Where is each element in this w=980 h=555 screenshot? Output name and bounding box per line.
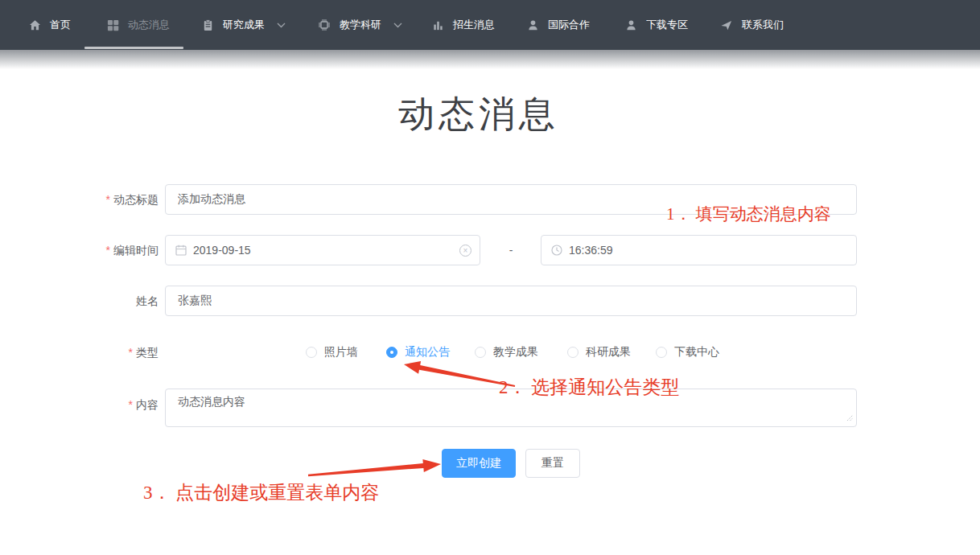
time-picker-input[interactable]: 16:36:59 [541,235,857,265]
top-navbar: 首页 动态消息 研究成果 [0,0,980,50]
grid-icon [107,19,119,31]
field-label-name: 姓名 [0,286,159,316]
field-label-dynamic-title: *动态标题 [0,184,159,215]
active-nav-underline [84,47,183,49]
nav-item-label: 研究成果 [223,18,265,32]
annotation-step1: 1． 填写动态消息内容 [666,203,831,225]
required-asterisk: * [129,398,133,411]
person-icon [625,19,637,31]
bar-chart-icon [432,19,444,31]
radio-circle [306,347,317,358]
chip-icon [318,18,331,31]
chevron-down-icon [277,23,286,28]
nav-item-admissions-news[interactable]: 招生消息 [432,0,495,50]
required-asterisk: * [106,244,110,257]
page-title: 动态消息 [0,90,957,138]
date-picker-input[interactable]: 2019-09-15 × [165,235,480,265]
nav-item-contact-us[interactable]: 联系我们 [720,0,784,50]
annotation-arrow-step3 [308,459,441,476]
nav-item-label: 教学科研 [340,18,381,32]
annotation-step2: 2． 选择通知公告类型 [499,375,679,400]
nav-item-dynamic-news[interactable]: 动态消息 [107,0,170,50]
radio-research-results[interactable]: 科研成果 [567,338,631,367]
nav-item-research-results[interactable]: 研究成果 [202,0,286,50]
nav-item-home[interactable]: 首页 [29,0,71,50]
create-button[interactable]: 立即创建 [442,449,516,478]
radio-teaching-results[interactable]: 教学成果 [475,338,538,367]
radio-circle [567,347,579,358]
clipboard-icon [202,19,214,31]
calendar-icon [175,245,187,256]
field-label-content: *内容 [0,391,159,418]
chevron-down-icon [393,23,402,28]
resize-handle[interactable] [846,411,854,424]
nav-item-label: 首页 [50,18,71,32]
name-input[interactable]: 张嘉熙 [165,286,857,316]
required-asterisk: * [106,193,110,206]
radio-circle [656,347,667,358]
date-time-separator: - [495,235,527,265]
radio-circle-selected [386,347,397,358]
radio-photo-wall[interactable]: 照片墙 [306,338,358,367]
type-radio-group: 照片墙 通知公告 教学成果 科研成果 下载中心 [0,338,980,367]
navbar-shadow [0,50,980,69]
reset-button[interactable]: 重置 [525,449,580,478]
clock-icon [551,245,562,256]
dynamic-title-value: 添加动态消息 [178,192,245,207]
nav-item-label: 国际合作 [548,18,590,32]
home-icon [29,19,41,31]
nav-item-international-cooperation[interactable]: 国际合作 [527,0,590,50]
send-icon [720,19,733,31]
nav-item-download-zone[interactable]: 下载专区 [625,0,688,50]
field-label-edit-time: *编辑时间 [0,235,159,265]
nav-item-label: 动态消息 [128,18,170,32]
time-value: 16:36:59 [569,244,613,257]
nav-item-label: 联系我们 [742,18,784,32]
date-value: 2019-09-15 [193,244,251,257]
radio-circle [475,347,486,358]
person-icon [527,19,539,31]
annotation-step3: 3． 点击创建或重置表单内容 [143,480,379,505]
content-value: 动态消息内容 [178,395,245,408]
nav-item-label: 招生消息 [453,18,495,32]
clear-date-icon[interactable]: × [459,245,471,257]
nav-item-label: 下载专区 [646,18,688,32]
name-value: 张嘉熙 [178,294,212,308]
radio-download-center[interactable]: 下载中心 [656,338,719,367]
nav-item-teaching-research[interactable]: 教学科研 [318,0,402,50]
page: 首页 动态消息 研究成果 [0,0,980,555]
radio-notice-announcement[interactable]: 通知公告 [386,338,450,367]
